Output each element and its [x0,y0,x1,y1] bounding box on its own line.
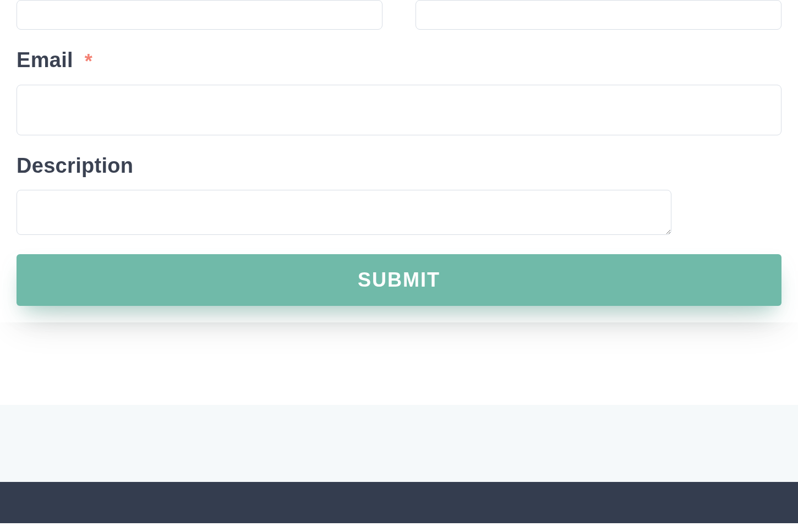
email-label-text: Email [17,48,73,72]
description-textarea[interactable] [17,190,671,235]
description-label: Description [17,155,781,178]
description-field-block: Description [17,155,781,235]
spacer [0,322,798,405]
text-input-right[interactable] [416,0,781,30]
submit-button[interactable]: SUBMIT [17,254,781,306]
email-label: Email * [17,49,781,73]
email-field-block: Email * [17,49,781,135]
description-label-text: Description [17,154,133,177]
top-input-row [17,0,781,30]
required-asterisk-icon: * [85,50,92,73]
light-footer-strip [0,405,798,482]
dark-footer-strip [0,482,798,523]
contact-form: Email * Description SUBMIT [0,0,798,322]
text-input-left[interactable] [17,0,382,30]
email-input[interactable] [17,85,781,135]
